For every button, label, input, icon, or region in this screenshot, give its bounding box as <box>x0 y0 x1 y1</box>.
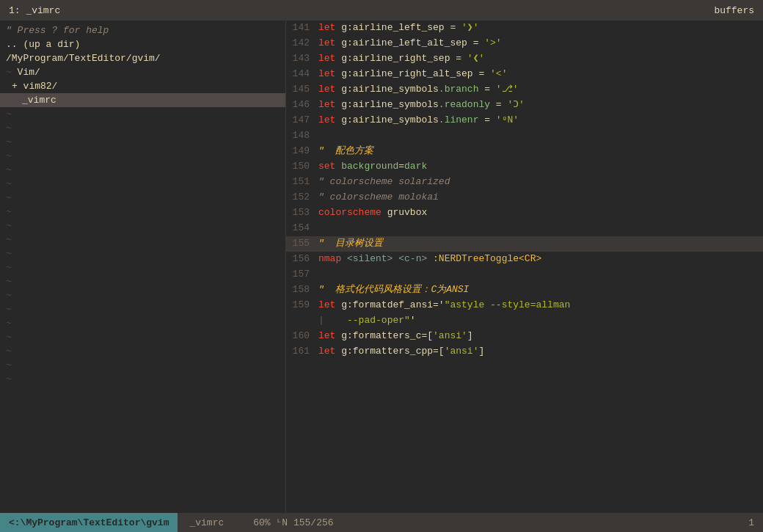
code-line-145: 145 let g:airline_symbols.branch = '⎇' <box>286 82 763 98</box>
tree-tilde-19: ~ <box>0 358 285 372</box>
code-line-159: 159 let g:formatdef_ansi='"astyle --styl… <box>286 298 763 313</box>
status-bar: <:\MyProgram\TextEditor\gvim _vimrc 60% … <box>0 513 763 532</box>
file-tree: " Press ? for help .. (up a dir) /MyProg… <box>0 21 286 513</box>
tree-tilde-1: ~ <box>0 107 285 121</box>
tree-vim-dir[interactable]: ~ Vim/ <box>0 65 285 79</box>
code-line-147: 147 let g:airline_symbols.linenr = 'ᵍN' <box>286 113 763 128</box>
tree-tilde-17: ~ <box>0 330 285 344</box>
code-line-155: 155 " 目录树设置 <box>286 236 763 252</box>
code-line-149: 149 " 配色方案 <box>286 144 763 159</box>
code-line-151: 151 " colorscheme solarized <box>286 175 763 190</box>
tree-tilde-9: ~ <box>0 219 285 233</box>
title-right: buffers <box>714 5 754 16</box>
tree-tilde-15: ~ <box>0 302 285 316</box>
tree-root-dir[interactable]: /MyProgram/TextEditor/gvim/ <box>0 51 285 65</box>
code-line-143: 143 let g:airline_right_sep = '❮' <box>286 51 763 67</box>
status-path: <:\MyProgram\TextEditor\gvim <box>0 513 178 532</box>
code-line-158: 158 " 格式化代码风格设置：C为ANSI <box>286 283 763 298</box>
code-line-153: 153 colorscheme gruvbox <box>286 205 763 221</box>
tree-tilde-10: ~ <box>0 233 285 247</box>
code-line-141: 141 let g:airline_left_sep = '❯' <box>286 21 763 36</box>
tree-tilde-3: ~ <box>0 135 285 149</box>
tree-tilde-8: ~ <box>0 205 285 219</box>
tree-tilde-18: ~ <box>0 344 285 358</box>
code-line-157: 157 <box>286 267 763 283</box>
code-line-159-cont: | --pad-oper"' <box>286 313 763 329</box>
code-line-161: 161 let g:formatters_cpp=['ansi'] <box>286 344 763 360</box>
main-area: " Press ? for help .. (up a dir) /MyProg… <box>0 21 763 513</box>
tree-tilde-16: ~ <box>0 316 285 330</box>
code-line-146: 146 let g:airline_symbols.readonly = 'Ɔ' <box>286 98 763 113</box>
code-line-154: 154 <box>286 221 763 236</box>
status-filename: _vimrc <box>189 517 224 528</box>
status-middle: _vimrc 60% ᴸN 155/256 <box>178 513 740 532</box>
tree-tilde-14: ~ <box>0 288 285 302</box>
code-line-160: 160 let g:formatters_c=['ansi'] <box>286 329 763 344</box>
tree-tilde-20: ~ <box>0 372 285 386</box>
tree-header: " Press ? for help <box>0 23 285 37</box>
code-panel[interactable]: 141 let g:airline_left_sep = '❯' 142 let… <box>286 21 763 513</box>
code-line-156: 156 nmap <silent> <c-n> :NERDTreeToggle<… <box>286 252 763 267</box>
code-line-142: 142 let g:airline_left_alt_sep = '>' <box>286 36 763 51</box>
code-area[interactable]: 141 let g:airline_left_sep = '❯' 142 let… <box>286 21 763 513</box>
title-bar: 1: _vimrc buffers <box>0 0 763 21</box>
code-line-150: 150 set background=dark <box>286 159 763 175</box>
tree-vimrc-file[interactable]: _vimrc <box>0 93 285 107</box>
tree-help-text: " Press ? for help <box>6 25 109 36</box>
status-percent: 60% ᴸN 155/256 <box>253 517 333 528</box>
tree-tilde-13: ~ <box>0 274 285 288</box>
code-line-148: 148 <box>286 128 763 144</box>
title-left: 1: _vimrc <box>9 5 60 16</box>
code-line-144: 144 let g:airline_right_alt_sep = '<' <box>286 67 763 82</box>
status-col: 1 <box>740 513 763 532</box>
tree-tilde-11: ~ <box>0 247 285 260</box>
tree-tilde-4: ~ <box>0 149 285 163</box>
tree-tilde-12: ~ <box>0 260 285 274</box>
tree-tilde-5: ~ <box>0 163 285 177</box>
code-line-152: 152 " colorscheme molokai <box>286 190 763 205</box>
tree-tilde-6: ~ <box>0 177 285 191</box>
tree-vim82-dir[interactable]: + vim82/ <box>0 79 285 93</box>
tree-nav-up[interactable]: .. (up a dir) <box>0 37 285 51</box>
tree-tilde-2: ~ <box>0 121 285 135</box>
tree-tilde-7: ~ <box>0 191 285 205</box>
